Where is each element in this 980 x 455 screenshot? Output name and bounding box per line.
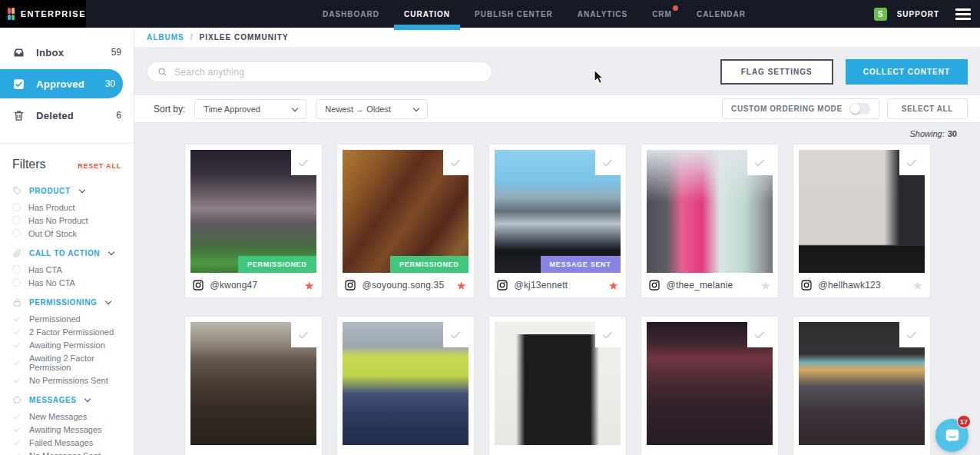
photo-thumbnail[interactable]: [799, 322, 925, 445]
star-icon[interactable]: ★: [608, 280, 618, 291]
select-checkbox[interactable]: [595, 150, 621, 175]
hamburger-menu-icon[interactable]: [955, 8, 971, 20]
filter-item-awaiting-messages[interactable]: Awaiting Messages: [12, 423, 123, 436]
filter-item-label: New Messages: [29, 412, 87, 421]
nav-item-dashboard[interactable]: DASHBOARD: [323, 0, 379, 28]
photo-thumbnail[interactable]: MESSAGE SENT: [495, 150, 621, 273]
star-icon[interactable]: ★: [760, 280, 770, 291]
content-card[interactable]: @thee_melanie ★: [641, 144, 779, 298]
filter-section-header[interactable]: MESSAGES: [12, 395, 123, 405]
collect-content-button[interactable]: COLLECT CONTENT: [846, 59, 968, 85]
select-all-button[interactable]: SELECT ALL: [887, 98, 968, 119]
content-card[interactable]: ★: [488, 316, 627, 455]
select-checkbox[interactable]: [899, 322, 925, 347]
filter-item-label: Awaiting Permission: [29, 340, 105, 350]
card-username[interactable]: @kj13ennett: [515, 280, 568, 291]
breadcrumb-albums-link[interactable]: ALBUMS: [147, 33, 184, 42]
brand-logo-area[interactable]: ENTERPRISE: [0, 0, 86, 28]
filter-item-permissioned[interactable]: Permissioned: [12, 312, 123, 325]
flag-settings-button[interactable]: FLAG SETTINGS: [720, 59, 833, 85]
filter-item-no-messages-sent[interactable]: No Messages Sent: [12, 449, 123, 455]
star-icon[interactable]: ★: [912, 280, 922, 291]
nav-item-calendar[interactable]: CALENDAR: [697, 0, 746, 28]
filter-item-has-no-cta[interactable]: Has No CTA: [12, 276, 123, 289]
filter-section-header[interactable]: PERMISSIONING: [12, 297, 123, 307]
filter-item-new-messages[interactable]: New Messages: [12, 410, 123, 423]
sort-field-dropdown[interactable]: Time Approved: [194, 99, 306, 119]
photo-thumbnail[interactable]: [343, 322, 468, 445]
photo-thumbnail[interactable]: [495, 322, 621, 445]
content-card[interactable]: MESSAGE SENT @kj13ennett ★: [488, 144, 627, 298]
filter-section-header[interactable]: PRODUCT: [12, 186, 123, 196]
filter-item-failed-messages[interactable]: Failed Messages: [12, 436, 123, 449]
search-box[interactable]: [147, 61, 492, 82]
content-card[interactable]: @hellhawk123 ★: [793, 144, 931, 298]
sidebar-item-deleted[interactable]: Deleted 6: [0, 100, 134, 131]
filter-item-label: Has Product: [28, 203, 75, 212]
nav-item-label: CURATION: [404, 10, 450, 18]
nav-item-label: CALENDAR: [697, 10, 746, 18]
instagram-icon: [496, 279, 508, 291]
support-status-icon: S: [874, 8, 887, 21]
filter-item-label: No Messages Sent: [29, 451, 101, 455]
content-card[interactable]: PERMISSIONED @kwong47 ★: [184, 144, 323, 298]
filter-item-out-of-stock[interactable]: Out Of Stock: [12, 227, 123, 240]
support-link[interactable]: SUPPORT: [897, 10, 939, 18]
card-username[interactable]: @thee_melanie: [667, 280, 733, 291]
photo-thumbnail[interactable]: [647, 150, 773, 273]
select-checkbox[interactable]: [291, 322, 316, 347]
search-input[interactable]: [174, 67, 482, 78]
filter-section-product: PRODUCT Has Product Has No Product Out O…: [0, 178, 134, 240]
chat-widget-button[interactable]: 17: [935, 419, 968, 452]
select-checkbox[interactable]: [899, 150, 925, 175]
select-checkbox[interactable]: [291, 150, 316, 175]
photo-thumbnail[interactable]: PERMISSIONED: [190, 150, 316, 273]
sidebar-item-approved[interactable]: Approved 30: [0, 69, 123, 98]
check-icon: [12, 327, 22, 337]
card-username[interactable]: @hellhawk123: [819, 280, 881, 291]
star-icon[interactable]: ★: [456, 280, 466, 291]
content-card[interactable]: ★: [641, 316, 779, 455]
photo-thumbnail[interactable]: PERMISSIONED: [343, 150, 468, 273]
content-card[interactable]: PERMISSIONED @soyoung.song.35 ★: [336, 144, 475, 298]
card-username[interactable]: @soyoung.song.35: [363, 280, 445, 291]
check-icon: [12, 376, 22, 385]
photo-thumbnail[interactable]: [647, 322, 773, 445]
content-card[interactable]: ★: [336, 316, 475, 455]
content-card[interactable]: ★: [184, 316, 323, 455]
photo-thumbnail[interactable]: [190, 322, 316, 445]
card-username[interactable]: @kwong47: [210, 280, 258, 291]
filter-section-header[interactable]: CALL TO ACTION: [12, 248, 123, 258]
select-checkbox[interactable]: [747, 150, 773, 175]
select-checkbox[interactable]: [595, 322, 621, 347]
filter-items: Has CTA Has No CTA: [12, 263, 123, 289]
sort-order-dropdown[interactable]: Newest → Oldest: [316, 99, 428, 119]
select-checkbox[interactable]: [443, 322, 468, 347]
nav-item-curation[interactable]: CURATION: [404, 0, 450, 28]
filter-item-2-factor-permissioned[interactable]: 2 Factor Permissioned: [12, 325, 123, 338]
content-card[interactable]: ★: [793, 316, 931, 455]
card-footer: @soyoung.song.35 ★: [343, 273, 468, 292]
reset-all-button[interactable]: RESET ALL: [78, 162, 121, 170]
check-icon: [12, 358, 22, 367]
notification-dot: [673, 5, 678, 11]
filter-item-label: Permissioned: [29, 314, 81, 324]
chevron-down-icon: [105, 298, 111, 304]
card-footer: @kwong47 ★: [190, 273, 316, 292]
star-icon[interactable]: ★: [304, 280, 314, 291]
filter-item-has-no-product[interactable]: Has No Product: [12, 214, 123, 227]
select-checkbox[interactable]: [747, 322, 773, 347]
filter-item-awaiting-2-factor-permission[interactable]: Awaiting 2 Factor Permission: [12, 351, 123, 374]
nav-item-label: CRM: [652, 10, 672, 18]
nav-item-analytics[interactable]: ANALYTICS: [578, 0, 627, 28]
nav-item-crm[interactable]: CRM: [652, 0, 672, 28]
custom-ordering-toggle[interactable]: [849, 103, 870, 115]
filter-item-awaiting-permission[interactable]: Awaiting Permission: [12, 338, 123, 351]
nav-item-publish-center[interactable]: PUBLISH CENTER: [475, 0, 553, 28]
sidebar-item-inbox[interactable]: Inbox 59: [0, 37, 134, 68]
filter-item-has-product[interactable]: Has Product: [12, 201, 123, 214]
filter-item-no-permissions-sent[interactable]: No Permissions Sent: [12, 374, 123, 387]
filter-item-has-cta[interactable]: Has CTA: [12, 263, 123, 276]
select-checkbox[interactable]: [443, 150, 468, 175]
photo-thumbnail[interactable]: [799, 150, 925, 273]
